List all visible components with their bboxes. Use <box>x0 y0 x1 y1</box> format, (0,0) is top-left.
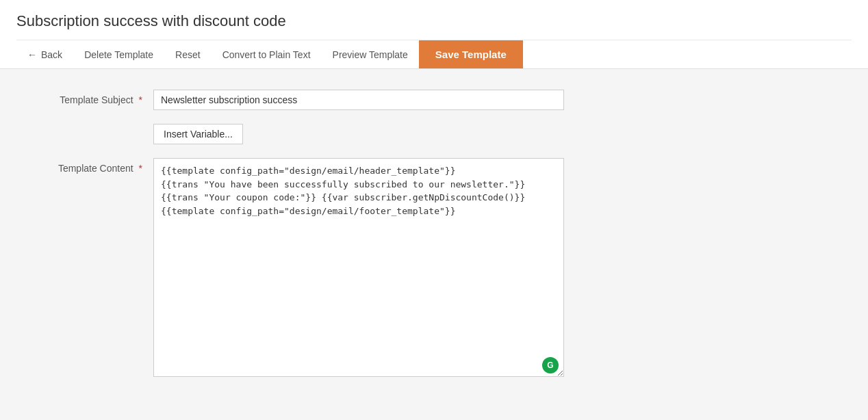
content-area: Template Subject * Insert Variable... Te… <box>0 69 868 413</box>
textarea-wrapper: {{template config_path="design/email/hea… <box>153 158 564 379</box>
subject-input[interactable] <box>153 90 564 110</box>
save-template-button[interactable]: Save Template <box>419 40 523 68</box>
required-indicator: * <box>139 94 142 105</box>
page-title: Subscription success with discount code <box>16 12 852 30</box>
grammarly-icon: G <box>542 357 559 373</box>
content-label: Template Content * <box>16 158 153 174</box>
back-button[interactable]: ← Back <box>16 41 73 68</box>
insert-variable-button[interactable]: Insert Variable... <box>153 124 243 144</box>
reset-button[interactable]: Reset <box>164 41 212 68</box>
page-header: Subscription success with discount code … <box>0 0 868 69</box>
preview-template-button[interactable]: Preview Template <box>322 41 419 68</box>
delete-template-button[interactable]: Delete Template <box>73 41 164 68</box>
convert-to-plain-text-button[interactable]: Convert to Plain Text <box>212 41 322 68</box>
content-row: Template Content * {{template config_pat… <box>16 158 852 379</box>
content-textarea[interactable]: {{template config_path="design/email/hea… <box>153 158 564 377</box>
insert-variable-row: Insert Variable... <box>16 124 852 144</box>
toolbar: ← Back Delete Template Reset Convert to … <box>16 40 852 68</box>
back-arrow-icon: ← <box>27 49 37 60</box>
required-indicator-content: * <box>139 163 142 174</box>
subject-row: Template Subject * <box>16 90 852 110</box>
subject-label: Template Subject * <box>16 90 153 105</box>
